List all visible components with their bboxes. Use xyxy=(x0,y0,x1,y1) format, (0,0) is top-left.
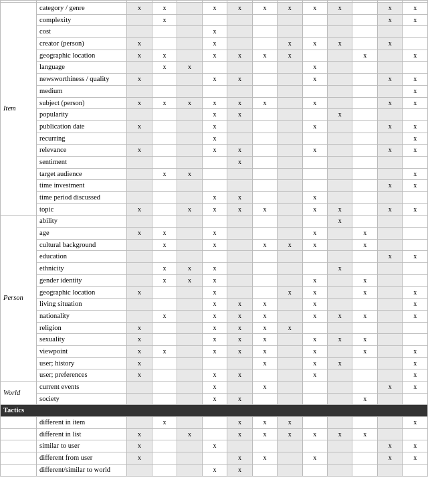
data-cell xyxy=(177,120,202,133)
x-mark: x xyxy=(213,205,216,213)
data-cell: x xyxy=(202,192,227,204)
row-name-cell: living situation xyxy=(37,299,127,311)
data-cell: x xyxy=(403,286,428,299)
x-mark: x xyxy=(238,75,241,82)
x-mark: x xyxy=(138,99,141,106)
data-cell xyxy=(202,417,227,429)
data-cell xyxy=(127,26,152,38)
data-cell: x xyxy=(127,334,152,346)
data-cell: x xyxy=(227,192,252,204)
data-cell xyxy=(177,192,202,204)
data-cell: x xyxy=(177,428,202,440)
data-cell: x xyxy=(278,322,302,334)
x-mark: x xyxy=(188,205,191,213)
data-cell: x xyxy=(302,345,327,357)
data-cell xyxy=(328,120,352,133)
data-cell xyxy=(302,180,327,192)
x-mark: x xyxy=(288,4,292,11)
data-cell xyxy=(252,156,277,168)
data-cell xyxy=(328,62,352,74)
data-cell: x xyxy=(352,334,377,346)
data-cell xyxy=(377,133,402,145)
data-cell xyxy=(278,393,302,405)
data-cell xyxy=(227,440,252,452)
data-cell: x xyxy=(302,3,327,15)
data-cell: x xyxy=(403,168,428,180)
table-row: living situationxxxxx xyxy=(1,299,428,311)
x-mark: x xyxy=(338,359,342,367)
data-cell xyxy=(202,357,227,369)
data-cell xyxy=(177,286,202,299)
data-cell xyxy=(177,464,202,476)
x-mark: x xyxy=(363,288,366,296)
data-cell xyxy=(278,120,302,133)
data-cell xyxy=(177,145,202,157)
data-cell xyxy=(152,440,177,452)
data-cell xyxy=(177,228,202,240)
x-mark: x xyxy=(263,312,266,319)
row-name-cell: education xyxy=(37,251,127,263)
data-cell xyxy=(252,26,277,38)
data-cell: x xyxy=(227,97,252,109)
x-mark: x xyxy=(238,193,241,201)
data-cell: x xyxy=(328,3,352,15)
x-mark: x xyxy=(413,288,417,296)
data-cell xyxy=(377,417,402,429)
row-name-cell: ability xyxy=(37,216,127,228)
data-cell xyxy=(177,299,202,311)
data-cell xyxy=(302,109,327,121)
data-cell: x xyxy=(127,345,152,357)
data-cell xyxy=(328,74,352,86)
table-row: user; historyxxxxx xyxy=(1,357,428,369)
tactics-row: different in listxxxxxxxx xyxy=(1,428,428,440)
data-cell xyxy=(252,85,277,97)
x-mark: x xyxy=(313,312,316,319)
data-cell xyxy=(152,109,177,121)
x-mark: x xyxy=(138,454,141,461)
data-cell xyxy=(328,14,352,26)
group-cell: Item xyxy=(1,3,37,216)
x-mark: x xyxy=(188,276,191,284)
data-cell: x xyxy=(403,251,428,263)
row-name-cell: publication date xyxy=(37,120,127,133)
data-cell xyxy=(377,464,402,476)
data-cell: x xyxy=(302,192,327,204)
data-cell xyxy=(177,156,202,168)
x-mark: x xyxy=(138,39,141,47)
x-mark: x xyxy=(238,99,241,106)
data-cell xyxy=(227,228,252,240)
x-mark: x xyxy=(389,122,392,130)
table-row: agexxxxx xyxy=(1,228,428,240)
data-cell xyxy=(252,192,277,204)
data-cell xyxy=(328,180,352,192)
data-cell xyxy=(252,369,277,382)
data-cell xyxy=(127,310,152,322)
data-cell: x xyxy=(202,440,227,452)
data-cell: x xyxy=(377,180,402,192)
data-cell: x xyxy=(202,74,227,86)
x-mark: x xyxy=(313,4,316,11)
data-cell xyxy=(278,14,302,26)
data-cell xyxy=(403,334,428,346)
data-cell: x xyxy=(403,310,428,322)
data-cell: x xyxy=(152,310,177,322)
data-cell xyxy=(352,251,377,263)
table-row: societyxxx xyxy=(1,393,428,405)
data-cell xyxy=(152,322,177,334)
x-mark: x xyxy=(313,371,316,378)
x-mark: x xyxy=(413,312,417,319)
data-cell: x xyxy=(377,38,402,50)
row-name-cell: gender identity xyxy=(37,274,127,286)
data-cell xyxy=(352,26,377,38)
row-name-cell: user; preferences xyxy=(37,369,127,382)
x-mark: x xyxy=(263,383,266,390)
data-cell xyxy=(127,299,152,311)
data-cell xyxy=(252,251,277,263)
data-cell xyxy=(403,216,428,228)
tactics-row: different from userxxxxxx xyxy=(1,452,428,465)
row-name-cell: complexity xyxy=(37,14,127,26)
data-cell xyxy=(328,133,352,145)
table-row: popularityxxx xyxy=(1,109,428,121)
data-cell xyxy=(352,145,377,157)
data-cell xyxy=(377,156,402,168)
